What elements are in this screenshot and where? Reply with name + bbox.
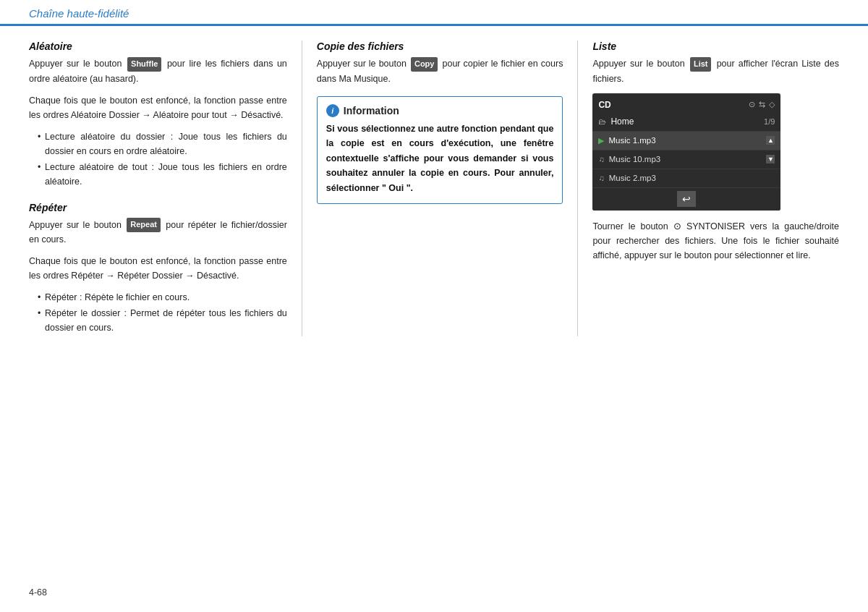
aleatoire-bullet-2: Lecture aléatoire de tout : Joue tous le… <box>38 160 287 189</box>
cd-home-text: Home <box>610 116 764 127</box>
cd-row-home: 🗁 Home 1/9 <box>592 113 780 132</box>
information-box: i Information Si vous sélectionnez une a… <box>317 96 563 204</box>
cd-music2-text: Music 2.mp3 <box>609 174 775 182</box>
cd-header-icons: ⊙ ⇆ ◇ <box>749 100 775 109</box>
section-repeter-para1: Appuyer sur le bouton Repeat pour répéte… <box>29 218 287 247</box>
cd-row-music10: ♫ Music 10.mp3 ▼ <box>592 150 780 169</box>
cd-music10-text: Music 10.mp3 <box>609 155 767 163</box>
page-container: Chaîne haute-fidélité Aléatoire Appuyer … <box>0 0 868 612</box>
cd-note-icon-2: ♫ <box>598 174 604 182</box>
section-aleatoire: Aléatoire Appuyer sur le bouton Shuffle … <box>29 41 287 189</box>
cd-note-icon-10: ♫ <box>598 155 604 163</box>
aleatoire-bullet-1: Lecture aléatoire du dossier : Joue tous… <box>38 129 287 158</box>
list-button: List <box>690 57 712 72</box>
cd-folder-icon: 🗁 <box>598 117 606 126</box>
cd-row-music1: ▶ Music 1.mp3 ▲ <box>592 132 780 150</box>
cd-scroll-down[interactable]: ▼ <box>766 155 775 163</box>
cd-music1-text: Music 1.mp3 <box>608 136 763 145</box>
section-liste: Liste Appuyer sur le bouton List pour af… <box>592 41 839 86</box>
cd-play-icon: ▶ <box>598 136 604 145</box>
section-liste-title: Liste <box>592 41 839 52</box>
page-number: 4-68 <box>29 587 47 598</box>
cd-home-num: 1/9 <box>764 117 775 126</box>
section-liste-para2: Tourner le bouton ⊙ SYNTONISER vers la g… <box>592 219 839 263</box>
main-content: Aléatoire Appuyer sur le bouton Shuffle … <box>0 26 868 351</box>
info-icon: i <box>326 104 339 117</box>
repeter-bullet-1: Répéter : Répète le fichier en cours. <box>38 290 287 305</box>
cd-back-btn[interactable]: ↩ <box>592 188 780 211</box>
aleatoire-bullets: Lecture aléatoire du dossier : Joue tous… <box>38 129 287 189</box>
section-aleatoire-title: Aléatoire <box>29 41 287 52</box>
info-box-body: Si vous sélectionnez une autre fonction … <box>326 122 554 196</box>
section-aleatoire-para1: Appuyer sur le bouton Shuffle pour lire … <box>29 56 287 86</box>
section-copie: Copie des fichiers Appuyer sur le bouton… <box>317 41 563 86</box>
page-header: Chaîne haute-fidélité <box>0 0 868 26</box>
page-title: Chaîne haute-fidélité <box>29 7 129 20</box>
cd-screen-header: CD ⊙ ⇆ ◇ <box>592 98 780 113</box>
cd-back-icon: ↩ <box>677 191 696 207</box>
section-copie-title: Copie des fichiers <box>317 41 563 52</box>
cd-screen: CD ⊙ ⇆ ◇ 🗁 Home 1/9 ▶ <box>592 93 780 211</box>
cd-icon-diamond: ◇ <box>769 100 775 109</box>
shuffle-button: Shuffle <box>127 57 161 72</box>
cd-row-music2: ♫ Music 2.mp3 <box>592 169 780 188</box>
col-left: Aléatoire Appuyer sur le bouton Shuffle … <box>29 41 302 336</box>
repeter-bullet-2: Répéter le dossier : Permet de répéter t… <box>38 306 287 335</box>
section-aleatoire-para2: Chaque fois que le bouton est enfoncé, l… <box>29 93 287 122</box>
section-repeter: Répéter Appuyer sur le bouton Repeat pou… <box>29 202 287 336</box>
cd-scroll-up[interactable]: ▲ <box>766 136 775 145</box>
knob-icon: ⊙ <box>673 221 686 231</box>
copy-button: Copy <box>411 57 438 72</box>
section-copie-para1: Appuyer sur le bouton Copy pour copier l… <box>317 56 563 86</box>
section-repeter-para2: Chaque fois que le bouton est enfoncé, l… <box>29 254 287 283</box>
info-box-title: Information <box>344 105 399 116</box>
cd-label: CD <box>598 100 610 110</box>
section-repeter-title: Répéter <box>29 202 287 213</box>
repeat-button: Repeat <box>127 218 161 232</box>
section-liste-para1: Appuyer sur le bouton List pour afficher… <box>592 56 839 86</box>
cd-icon-circle: ⊙ <box>749 100 755 109</box>
repeter-bullets: Répéter : Répète le fichier en cours. Ré… <box>38 290 287 335</box>
col-mid: Copie des fichiers Appuyer sur le bouton… <box>302 41 578 336</box>
info-box-header: i Information <box>326 104 554 117</box>
cd-icon-arrows: ⇆ <box>759 100 765 109</box>
col-right: Liste Appuyer sur le bouton List pour af… <box>578 41 839 336</box>
page-footer: 4-68 <box>29 587 47 598</box>
